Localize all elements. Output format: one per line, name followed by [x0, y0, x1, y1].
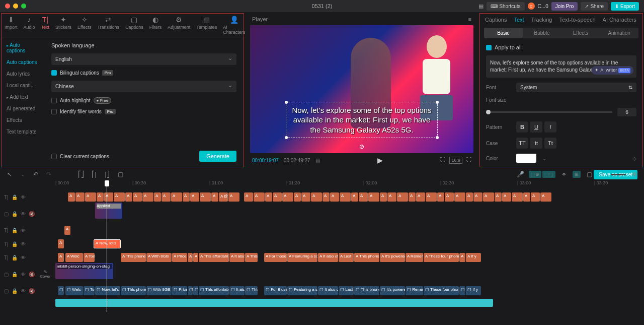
tab-ai-characters[interactable]: 👤AI Characters [220, 14, 248, 37]
color-dropdown-icon[interactable]: ⌄ [542, 156, 546, 161]
caption-clip[interactable]: A [188, 253, 193, 262]
eye-icon[interactable]: 👁 [21, 194, 26, 200]
caption-overlay[interactable]: Now, let's explore some of the top optio… [286, 102, 438, 139]
track-type-icon[interactable]: T| [4, 255, 9, 261]
zoom-out[interactable]: ○ [598, 170, 607, 179]
lock-icon[interactable]: 🔒 [12, 194, 18, 200]
audio-caption-clip[interactable]: ▢ This phone [354, 286, 379, 295]
tab-adjustment[interactable]: ⚙Adjustment [165, 14, 193, 37]
subtab-bubble[interactable]: Bubble [523, 28, 561, 38]
caption-clip[interactable]: A [85, 192, 96, 202]
caption-clip[interactable]: A [301, 192, 310, 202]
snap-on[interactable]: ⊞ [573, 171, 581, 178]
lowercase-button[interactable]: tt [530, 138, 542, 149]
audio-caption-clip[interactable]: ▢ [459, 286, 465, 295]
caption-clip[interactable]: A [466, 192, 473, 202]
cover-button[interactable]: ✎Cover [38, 270, 53, 279]
sidebar-item[interactable]: Add text [2, 91, 44, 103]
caption-clip[interactable]: A [512, 192, 523, 202]
caption-text-preview[interactable]: Now, let's explore some of the top optio… [486, 55, 636, 78]
caption-clip[interactable]: A [75, 192, 85, 202]
caption-clip[interactable]: A [58, 239, 64, 248]
caption-clip[interactable]: A If y [466, 253, 481, 262]
caption-clip[interactable]: A [330, 192, 339, 202]
caption-clip[interactable]: A [114, 192, 125, 202]
lock-icon[interactable]: 🔒 [12, 288, 18, 294]
preview-icon[interactable]: ▢ [585, 170, 594, 179]
caption-clip[interactable]: A [311, 192, 322, 202]
mute-icon[interactable]: 🔇 [29, 211, 35, 217]
caption-clip-selected[interactable]: A Now, let's [94, 239, 121, 248]
caption-clip[interactable]: A [58, 253, 64, 262]
eye-icon[interactable]: 👁 [21, 211, 26, 217]
magnet-on[interactable]: ⬚⊕ [529, 171, 541, 178]
link-on[interactable]: ⬚⬚ [542, 171, 555, 178]
caption-clip[interactable]: A [193, 253, 198, 262]
generate-button[interactable]: Generate [199, 151, 236, 162]
player-menu-icon[interactable]: ≡ [468, 16, 471, 22]
redo-button[interactable]: ↷ [44, 170, 53, 179]
audio-caption-clip[interactable]: ▢ [193, 286, 198, 295]
shortcuts-button[interactable]: ⌨ Shortcuts [487, 2, 524, 11]
audio-clip[interactable] [55, 299, 493, 307]
caption-clip[interactable]: A [133, 192, 142, 202]
close-window[interactable] [5, 4, 10, 9]
tab-text[interactable]: T|Text [38, 14, 53, 37]
tab-transitions[interactable]: ⇄Transitions [94, 14, 122, 37]
audio-caption-clip[interactable]: ▢ This phone [121, 286, 146, 295]
eye-icon[interactable]: 👁 [21, 241, 26, 247]
keyframe-icon[interactable]: ◇ [632, 156, 636, 161]
caption-clip[interactable]: A [142, 192, 153, 202]
caption-clip[interactable]: A These four phones a [424, 253, 459, 262]
titlecase-button[interactable]: Tt [544, 138, 556, 149]
caption-clip[interactable]: A For those [264, 253, 287, 262]
caption-clip[interactable]: A [171, 192, 182, 202]
timeline[interactable]: | 00:00| 00:30| 01:00| 01:30| 02:00| 02:… [0, 180, 644, 312]
caption-clip[interactable]: A [502, 192, 511, 202]
audio-caption-clip[interactable]: ▢ Now, let's [95, 286, 120, 295]
audio-caption-clip[interactable]: ▢ These four phones a [424, 286, 459, 295]
font-select[interactable]: System ⇅ [516, 83, 636, 92]
bilingual-checkbox[interactable] [51, 70, 57, 76]
caption-clip[interactable]: A [254, 192, 265, 202]
caption-clip[interactable]: A [68, 192, 75, 202]
caption-clip[interactable]: A [323, 192, 330, 202]
audio-caption-clip[interactable]: ▢ It also [229, 286, 245, 295]
user-avatar[interactable]: C [528, 3, 535, 10]
eye-icon[interactable]: 👁 [21, 255, 26, 261]
caption-clip[interactable]: A [200, 192, 211, 202]
clear-captions-checkbox[interactable] [51, 154, 57, 159]
caption-clip[interactable]: A [368, 192, 379, 202]
mute-icon[interactable]: 🔇 [29, 272, 35, 277]
tab-stickers[interactable]: ✦Stickers [52, 14, 74, 37]
tab-captions[interactable]: ▢Captions [122, 14, 146, 37]
lock-icon[interactable]: 🔒 [12, 272, 18, 277]
sidebar-item[interactable]: Auto lyrics [2, 68, 44, 80]
caption-clip[interactable]: A It's powered [380, 253, 405, 262]
caption-clip[interactable]: A Welc [65, 253, 83, 262]
caption-clip[interactable]: A [265, 192, 272, 202]
audio-caption-clip[interactable]: ▢ Price [172, 286, 187, 295]
audio-caption-clip[interactable]: ▢ Welc [65, 286, 83, 295]
audio-caption-clip[interactable]: ▢ Tod [84, 286, 95, 295]
sidebar-item[interactable]: Local capti... [2, 80, 44, 91]
subtab-effects[interactable]: Effects [561, 28, 600, 38]
caption-clip[interactable]: A [183, 192, 190, 202]
eye-icon[interactable]: 👁 [21, 228, 26, 233]
eye-icon[interactable]: 👁 [21, 272, 26, 277]
caption-clip[interactable]: A [483, 192, 494, 202]
sidebar-item[interactable]: Effects [2, 114, 44, 126]
caption-clip[interactable]: A [125, 192, 132, 202]
caption-clip[interactable]: A [273, 192, 282, 202]
sidebar-item[interactable]: Auto captions [2, 56, 44, 68]
audio-caption-clip[interactable]: ▢ This [245, 286, 258, 295]
caption-clip[interactable]: A This affordabl [199, 253, 229, 262]
lock-icon[interactable]: 🔒 [12, 255, 18, 261]
caption-clip[interactable]: A [531, 192, 540, 202]
undo-button[interactable]: ↶ [31, 170, 40, 179]
caption-clip[interactable]: A This phone [354, 253, 379, 262]
filler-words-checkbox[interactable] [51, 109, 57, 114]
caption-clip[interactable]: A [359, 192, 368, 202]
thumbnails-icon[interactable]: ▤ [315, 158, 320, 163]
spoken-language-select[interactable]: English [51, 53, 236, 65]
